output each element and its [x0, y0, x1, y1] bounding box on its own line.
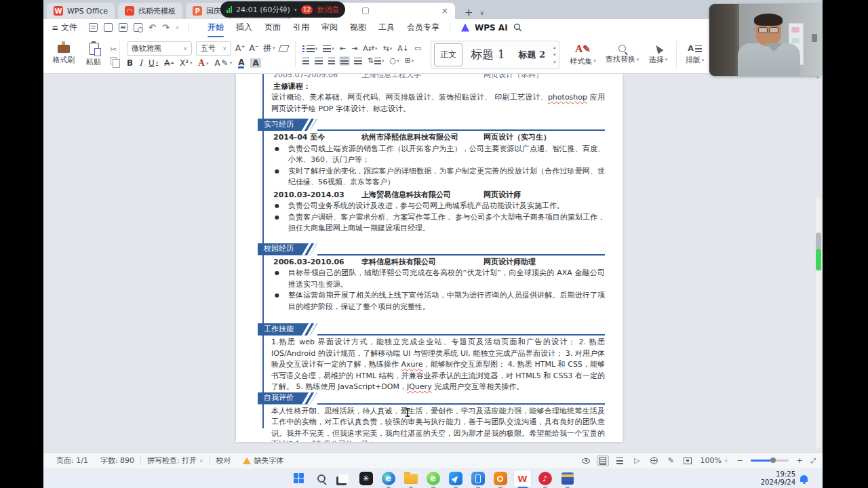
style-heading2[interactable]: 标题 2 — [513, 43, 551, 66]
text-effects-button[interactable]: A▾ — [199, 58, 209, 68]
justify-icon[interactable] — [339, 56, 350, 66]
read-mode-icon[interactable] — [580, 455, 592, 466]
missing-font-warning[interactable]: 缺失字体 — [237, 455, 290, 466]
tab-docer-templates[interactable]: ◠ 找稻壳模板 — [118, 3, 182, 19]
undo-icon[interactable]: ↶ — [149, 22, 156, 33]
format-painter-button[interactable]: 格式刷 — [49, 45, 79, 65]
zoom-slider-knob[interactable] — [770, 458, 776, 463]
strikethrough-button[interactable]: A▾ — [164, 58, 174, 68]
highlight-button[interactable]: A✎▾ — [214, 58, 232, 68]
chevron-down-icon[interactable]: ▾ — [294, 7, 297, 13]
spellcheck-status[interactable]: 拼写检查: 打开∨ — [141, 455, 209, 466]
document-page[interactable]: 2005.07-2009.06 上海信息工程大学 网页设计（本科） 主修课程： … — [236, 74, 623, 442]
ruler-icon[interactable]: ▭ — [414, 44, 421, 53]
line-spacing-button[interactable]: ⇅▾ — [368, 56, 384, 65]
zoom-in-icon[interactable]: + — [793, 455, 806, 466]
distribute-icon[interactable] — [354, 58, 362, 64]
borders-button[interactable]: ⊞▾ — [405, 56, 414, 65]
layout-button[interactable]: A 排版▾ — [679, 44, 711, 65]
align-right-icon[interactable] — [328, 58, 335, 64]
copy-icon[interactable] — [111, 57, 117, 64]
new-tab-button[interactable]: + — [465, 7, 473, 19]
start-button[interactable] — [290, 470, 307, 487]
browser-360-button[interactable]: e — [425, 470, 441, 487]
find-replace-button[interactable]: 查找替换▾ — [601, 45, 644, 64]
customize-qat-caret-icon[interactable]: ∨ — [176, 25, 179, 30]
styles-gallery-arrows[interactable]: ▴▾▾ — [553, 45, 556, 65]
proofread-button[interactable]: 校对 — [210, 455, 237, 466]
zoom-slider[interactable] — [751, 460, 789, 462]
align-left-icon[interactable] — [302, 58, 309, 64]
tab-insert[interactable]: 插入 — [230, 19, 258, 36]
print-preview-icon[interactable] — [134, 23, 142, 32]
bullet-list-button[interactable]: ▾ — [302, 45, 318, 52]
font-color-button[interactable]: A — [238, 58, 244, 68]
tab-home[interactable]: 开始 — [201, 19, 230, 36]
save-icon[interactable] — [89, 23, 98, 32]
char-scale-button[interactable]: A⇄▾ — [363, 44, 377, 53]
italic-button[interactable]: I — [139, 58, 142, 68]
taskbar-clock[interactable]: 19:25 2024/9/24 — [761, 468, 808, 488]
sort-icon[interactable]: A↓ — [397, 44, 409, 53]
style-heading1[interactable]: 标题 1 — [465, 43, 510, 66]
file-explorer-button[interactable] — [402, 470, 419, 487]
fullscreen-play-icon[interactable]: ▷ — [631, 455, 643, 466]
tab-list-caret-icon[interactable]: ∨ — [479, 9, 484, 16]
word-count[interactable]: 字数: 890 — [94, 455, 140, 466]
pointer-app-button[interactable] — [447, 470, 464, 487]
tab-member[interactable]: 会员专享 — [401, 19, 446, 36]
tab-page[interactable]: 页面 — [258, 19, 287, 36]
task-view-button[interactable] — [335, 470, 352, 487]
edge-button[interactable]: e — [380, 470, 397, 487]
fullscreen-icon[interactable]: ⤢ — [810, 457, 816, 465]
page-view-icon[interactable] — [597, 455, 609, 466]
grow-font-button[interactable]: A⁺ — [235, 43, 245, 53]
ai-app-button[interactable]: ✳ — [357, 470, 374, 487]
screen-recorder-button[interactable] — [492, 470, 509, 487]
underline-button[interactable]: U▾ — [149, 58, 158, 68]
export-icon[interactable] — [104, 23, 113, 32]
music-app-button[interactable]: ♪ — [536, 470, 553, 487]
superscript-button[interactable]: X²▾ — [180, 58, 193, 68]
notification-bell-icon[interactable] — [800, 475, 808, 482]
edit-mode-icon[interactable]: ✎ — [665, 455, 677, 466]
char-shading-button[interactable]: A — [250, 58, 260, 68]
increase-indent-icon[interactable]: ⇥ — [351, 44, 357, 53]
paste-button[interactable]: 粘贴 — [79, 43, 108, 67]
wps-ai-button[interactable]: WPS AI — [475, 23, 508, 33]
tab-audio-icon[interactable] — [362, 7, 369, 14]
phonetic-guide-button[interactable]: 拼▾ — [263, 43, 275, 54]
zoom-level[interactable]: 100%∨ — [698, 456, 729, 465]
clear-format-icon[interactable] — [278, 45, 289, 52]
cut-icon[interactable]: ✂ — [110, 45, 117, 54]
archive-app-button[interactable] — [559, 470, 576, 487]
text-direction-button[interactable]: ⇆▾ — [382, 44, 392, 53]
print-icon[interactable] — [119, 23, 127, 32]
bold-button[interactable]: B — [127, 58, 133, 68]
fit-page-icon[interactable] — [682, 455, 694, 466]
recording-timer-pill[interactable]: 24:01 (60分钟) ▾ 12 新消息 — [220, 1, 345, 18]
wps-app-button[interactable]: W — [514, 470, 531, 487]
tab-wps-home[interactable]: W WPS Office — [47, 3, 115, 19]
scrollbar-thumb[interactable] — [816, 232, 821, 250]
file-menu-button[interactable]: ≡ 文件 — [43, 22, 83, 33]
align-center-icon[interactable] — [315, 58, 323, 64]
web-layout-icon[interactable] — [648, 455, 660, 466]
shading-button[interactable]: ○▾ — [389, 56, 399, 65]
tab-tools[interactable]: 工具 — [372, 19, 401, 36]
redo-icon[interactable]: ↷ — [162, 22, 170, 33]
collapse-ribbon-icon[interactable]: ⌃ — [815, 76, 821, 83]
search-icon[interactable] — [513, 23, 522, 32]
zoom-out-icon[interactable]: − — [734, 455, 746, 466]
font-size-select[interactable]: 五号 ∨ — [196, 41, 231, 56]
style-normal[interactable]: 正文 — [434, 43, 462, 66]
taskbar-search[interactable] — [313, 470, 330, 487]
phone-link-button[interactable] — [469, 470, 486, 487]
decrease-indent-icon[interactable]: ⇤ — [340, 44, 346, 53]
tab-reference[interactable]: 引用 — [287, 19, 315, 36]
tab-view[interactable]: 视图 — [344, 19, 372, 36]
select-button[interactable]: 选择▾ — [644, 45, 673, 65]
outline-view-icon[interactable] — [614, 455, 626, 466]
style-set-button[interactable]: A✎ 样式集▾ — [565, 43, 601, 66]
font-name-select[interactable]: 微软雅黑 ∨ — [127, 41, 192, 56]
